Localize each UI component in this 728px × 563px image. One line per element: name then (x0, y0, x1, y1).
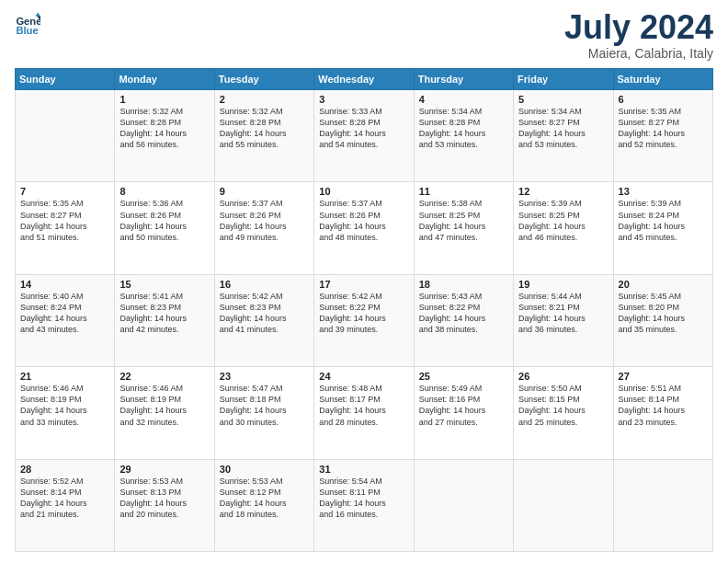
day-number: 29 (119, 464, 209, 475)
day-number: 3 (319, 94, 408, 105)
day-number: 26 (518, 371, 608, 382)
day-info: Sunrise: 5:48 AM Sunset: 8:17 PM Dayligh… (319, 383, 408, 428)
week-row-4: 21Sunrise: 5:46 AM Sunset: 8:19 PM Dayli… (16, 367, 713, 459)
weekday-header-saturday: Saturday (613, 69, 712, 90)
calendar-cell: 2Sunrise: 5:32 AM Sunset: 8:28 PM Daylig… (214, 90, 313, 182)
weekday-header-monday: Monday (115, 69, 214, 90)
weekday-header-tuesday: Tuesday (214, 69, 313, 90)
day-info: Sunrise: 5:37 AM Sunset: 8:26 PM Dayligh… (220, 198, 309, 243)
day-info: Sunrise: 5:32 AM Sunset: 8:28 PM Dayligh… (220, 106, 309, 151)
calendar-cell: 19Sunrise: 5:44 AM Sunset: 8:21 PM Dayli… (514, 274, 613, 366)
calendar-cell: 26Sunrise: 5:50 AM Sunset: 8:15 PM Dayli… (514, 367, 613, 459)
calendar-cell: 13Sunrise: 5:39 AM Sunset: 8:24 PM Dayli… (613, 182, 712, 274)
calendar-cell: 9Sunrise: 5:37 AM Sunset: 8:26 PM Daylig… (214, 182, 313, 274)
calendar-cell: 6Sunrise: 5:35 AM Sunset: 8:27 PM Daylig… (613, 90, 712, 182)
calendar-cell: 11Sunrise: 5:38 AM Sunset: 8:25 PM Dayli… (414, 182, 513, 274)
location-title: Maiera, Calabria, Italy (564, 46, 713, 61)
calendar-cell: 18Sunrise: 5:43 AM Sunset: 8:22 PM Dayli… (414, 274, 513, 366)
calendar-cell (16, 90, 115, 182)
calendar-cell: 30Sunrise: 5:53 AM Sunset: 8:12 PM Dayli… (214, 459, 313, 551)
calendar-cell: 14Sunrise: 5:40 AM Sunset: 8:24 PM Dayli… (16, 274, 115, 366)
calendar-cell: 16Sunrise: 5:42 AM Sunset: 8:23 PM Dayli… (214, 274, 313, 366)
day-number: 30 (220, 464, 309, 475)
month-title: July 2024 (564, 11, 713, 44)
day-number: 4 (419, 94, 508, 105)
day-info: Sunrise: 5:53 AM Sunset: 8:13 PM Dayligh… (119, 476, 209, 521)
week-row-2: 7Sunrise: 5:35 AM Sunset: 8:27 PM Daylig… (16, 182, 713, 274)
calendar-cell (514, 459, 613, 551)
calendar-cell: 5Sunrise: 5:34 AM Sunset: 8:27 PM Daylig… (514, 90, 613, 182)
calendar-page: General Blue July 2024 Maiera, Calabria,… (0, 0, 728, 563)
weekday-header-wednesday: Wednesday (314, 69, 414, 90)
day-info: Sunrise: 5:44 AM Sunset: 8:21 PM Dayligh… (518, 291, 608, 336)
calendar-cell: 24Sunrise: 5:48 AM Sunset: 8:17 PM Dayli… (314, 367, 414, 459)
weekday-header-friday: Friday (514, 69, 613, 90)
calendar-cell: 22Sunrise: 5:46 AM Sunset: 8:19 PM Dayli… (115, 367, 214, 459)
svg-text:Blue: Blue (16, 25, 38, 36)
day-info: Sunrise: 5:49 AM Sunset: 8:16 PM Dayligh… (419, 383, 508, 428)
svg-marker-2 (35, 12, 40, 16)
day-info: Sunrise: 5:42 AM Sunset: 8:22 PM Dayligh… (319, 291, 408, 336)
calendar-cell: 28Sunrise: 5:52 AM Sunset: 8:14 PM Dayli… (16, 459, 115, 551)
day-number: 16 (220, 279, 309, 290)
day-number: 20 (619, 279, 708, 290)
day-info: Sunrise: 5:39 AM Sunset: 8:24 PM Dayligh… (619, 198, 708, 243)
day-number: 19 (518, 279, 608, 290)
calendar-cell: 20Sunrise: 5:45 AM Sunset: 8:20 PM Dayli… (613, 274, 712, 366)
day-number: 13 (619, 186, 708, 197)
logo: General Blue (15, 11, 40, 37)
day-number: 6 (619, 94, 708, 105)
calendar-table: SundayMondayTuesdayWednesdayThursdayFrid… (15, 68, 713, 552)
day-info: Sunrise: 5:38 AM Sunset: 8:25 PM Dayligh… (419, 198, 508, 243)
day-info: Sunrise: 5:47 AM Sunset: 8:18 PM Dayligh… (220, 383, 309, 428)
day-number: 11 (419, 186, 508, 197)
day-number: 14 (20, 279, 109, 290)
weekday-header-row: SundayMondayTuesdayWednesdayThursdayFrid… (16, 69, 713, 90)
calendar-cell: 27Sunrise: 5:51 AM Sunset: 8:14 PM Dayli… (613, 367, 712, 459)
day-number: 2 (220, 94, 309, 105)
day-number: 8 (119, 186, 209, 197)
day-number: 21 (20, 371, 109, 382)
day-info: Sunrise: 5:39 AM Sunset: 8:25 PM Dayligh… (518, 198, 608, 243)
logo-icon: General Blue (15, 11, 40, 37)
day-number: 9 (220, 186, 309, 197)
day-info: Sunrise: 5:35 AM Sunset: 8:27 PM Dayligh… (20, 198, 109, 243)
calendar-cell: 31Sunrise: 5:54 AM Sunset: 8:11 PM Dayli… (314, 459, 414, 551)
calendar-cell: 15Sunrise: 5:41 AM Sunset: 8:23 PM Dayli… (115, 274, 214, 366)
calendar-cell: 12Sunrise: 5:39 AM Sunset: 8:25 PM Dayli… (514, 182, 613, 274)
calendar-cell (613, 459, 712, 551)
calendar-cell: 8Sunrise: 5:36 AM Sunset: 8:26 PM Daylig… (115, 182, 214, 274)
day-number: 1 (119, 94, 209, 105)
week-row-3: 14Sunrise: 5:40 AM Sunset: 8:24 PM Dayli… (16, 274, 713, 366)
calendar-cell (414, 459, 513, 551)
calendar-cell: 7Sunrise: 5:35 AM Sunset: 8:27 PM Daylig… (16, 182, 115, 274)
day-info: Sunrise: 5:41 AM Sunset: 8:23 PM Dayligh… (119, 291, 209, 336)
day-info: Sunrise: 5:50 AM Sunset: 8:15 PM Dayligh… (518, 383, 608, 428)
week-row-1: 1Sunrise: 5:32 AM Sunset: 8:28 PM Daylig… (16, 90, 713, 182)
day-info: Sunrise: 5:36 AM Sunset: 8:26 PM Dayligh… (119, 198, 209, 243)
day-info: Sunrise: 5:51 AM Sunset: 8:14 PM Dayligh… (619, 383, 708, 428)
day-info: Sunrise: 5:40 AM Sunset: 8:24 PM Dayligh… (20, 291, 109, 336)
weekday-header-sunday: Sunday (16, 69, 115, 90)
day-number: 15 (119, 279, 209, 290)
calendar-cell: 23Sunrise: 5:47 AM Sunset: 8:18 PM Dayli… (214, 367, 313, 459)
day-number: 12 (518, 186, 608, 197)
calendar-cell: 4Sunrise: 5:34 AM Sunset: 8:28 PM Daylig… (414, 90, 513, 182)
day-info: Sunrise: 5:45 AM Sunset: 8:20 PM Dayligh… (619, 291, 708, 336)
day-number: 24 (319, 371, 408, 382)
day-number: 7 (20, 186, 109, 197)
calendar-cell: 10Sunrise: 5:37 AM Sunset: 8:26 PM Dayli… (314, 182, 414, 274)
day-info: Sunrise: 5:32 AM Sunset: 8:28 PM Dayligh… (119, 106, 209, 151)
day-number: 22 (119, 371, 209, 382)
calendar-cell: 21Sunrise: 5:46 AM Sunset: 8:19 PM Dayli… (16, 367, 115, 459)
day-number: 17 (319, 279, 408, 290)
day-info: Sunrise: 5:35 AM Sunset: 8:27 PM Dayligh… (619, 106, 708, 151)
day-info: Sunrise: 5:46 AM Sunset: 8:19 PM Dayligh… (119, 383, 209, 428)
day-number: 5 (518, 94, 608, 105)
day-info: Sunrise: 5:46 AM Sunset: 8:19 PM Dayligh… (20, 383, 109, 428)
day-number: 31 (319, 464, 408, 475)
day-number: 28 (20, 464, 109, 475)
calendar-cell: 29Sunrise: 5:53 AM Sunset: 8:13 PM Dayli… (115, 459, 214, 551)
calendar-cell: 17Sunrise: 5:42 AM Sunset: 8:22 PM Dayli… (314, 274, 414, 366)
day-info: Sunrise: 5:37 AM Sunset: 8:26 PM Dayligh… (319, 198, 408, 243)
